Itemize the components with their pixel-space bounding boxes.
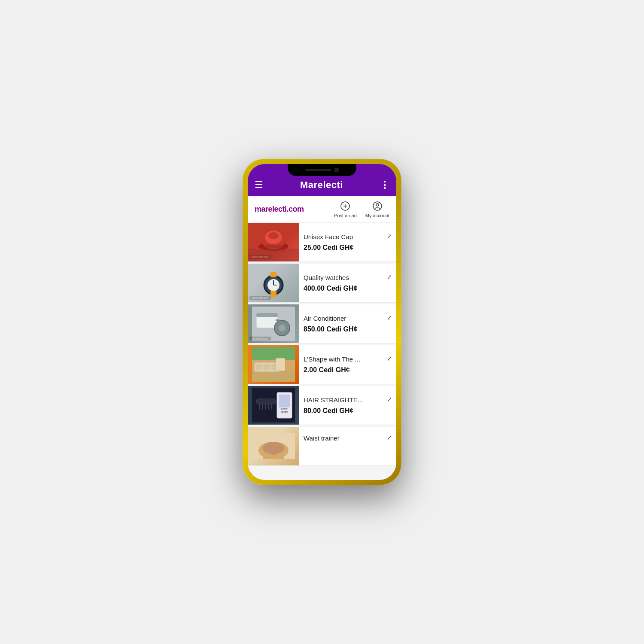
expand-icon[interactable]: ⤢: [387, 396, 392, 403]
product-card[interactable]: marelecti.com Unisex Face Cap ⤢ 25.00 Ce…: [248, 223, 396, 262]
svg-rect-22: [276, 319, 279, 321]
expand-icon[interactable]: ⤢: [387, 314, 392, 321]
header-actions: Post an ad My account: [334, 200, 389, 218]
svg-rect-31: [271, 364, 275, 371]
user-circle-icon: [371, 200, 383, 212]
svg-rect-29: [255, 364, 262, 371]
app-title: Marelecti: [300, 179, 343, 191]
app-screen: ☰ Marelecti ⋮ marelecti.com: [248, 164, 396, 480]
product-card[interactable]: marelecti.com Air Conditioner ⤢ 850.00 C…: [248, 304, 396, 343]
svg-text:Simply: Simply: [281, 407, 288, 410]
expand-icon[interactable]: ⤢: [387, 233, 392, 240]
svg-rect-23: [276, 323, 279, 325]
product-price: 25.00 Cedi GH¢: [304, 244, 392, 252]
product-image: Simply Straight: [248, 386, 299, 425]
hamburger-icon[interactable]: ☰: [255, 179, 263, 191]
product-price: 80.00 Cedi GH¢: [304, 407, 392, 415]
phone-screen: ☰ Marelecti ⋮ marelecti.com: [248, 164, 396, 480]
svg-rect-30: [263, 364, 270, 371]
product-info: HAIR STRAIGHTE... ⤢ 80.00 Cedi GH¢: [299, 386, 396, 425]
product-image: marelecti.com: [248, 264, 299, 302]
svg-rect-15: [270, 272, 276, 277]
product-title: Unisex Face Cap: [304, 233, 383, 241]
svg-rect-19: [256, 313, 278, 317]
product-image: marelecti.com: [248, 304, 299, 343]
expand-icon[interactable]: ⤢: [387, 355, 392, 362]
product-title: Quality watches: [304, 273, 383, 282]
expand-icon[interactable]: ⤢: [387, 273, 392, 280]
product-info: Quality watches ⤢ 400.00 Cedi GH¢: [299, 264, 396, 302]
product-title: Air Conditioner: [304, 314, 383, 323]
product-card[interactable]: L'Shape with The ... ⤢ 2.00 Cedi GH¢: [248, 345, 396, 384]
svg-rect-46: [263, 453, 269, 459]
svg-rect-16: [270, 291, 276, 297]
svg-rect-33: [256, 399, 276, 404]
product-image: marelecti.com: [248, 223, 299, 261]
product-card[interactable]: marelecti.com Quality watches ⤢ 400.00 C…: [248, 264, 396, 303]
product-price: 850.00 Cedi GH¢: [304, 325, 392, 333]
post-ad-label: Post an ad: [334, 213, 357, 218]
product-title: L'Shape with The ...: [304, 355, 383, 364]
svg-rect-9: [265, 245, 282, 248]
more-options-icon[interactable]: ⋮: [380, 179, 389, 191]
product-image: [248, 427, 299, 465]
svg-rect-40: [279, 395, 290, 407]
product-title: HAIR STRAIGHTE...: [304, 396, 383, 404]
my-account-button[interactable]: My account: [365, 200, 389, 218]
svg-rect-47: [278, 453, 284, 459]
notch-camera: [334, 168, 339, 172]
product-card[interactable]: Waist trainer ⤢: [248, 427, 396, 466]
notch: [288, 164, 356, 176]
notch-speaker: [305, 169, 331, 171]
product-info: L'Shape with The ... ⤢ 2.00 Cedi GH¢: [299, 345, 396, 384]
svg-text:Straight: Straight: [280, 410, 288, 413]
logo: marelecti.com: [255, 205, 304, 214]
product-info: Air Conditioner ⤢ 850.00 Cedi GH¢: [299, 304, 396, 343]
svg-point-21: [279, 325, 286, 331]
svg-rect-26: [252, 371, 295, 382]
plus-circle-icon: [339, 200, 351, 212]
product-image: [248, 345, 299, 384]
product-info: Unisex Face Cap ⤢ 25.00 Cedi GH¢: [299, 223, 396, 261]
svg-point-8: [268, 232, 279, 239]
post-ad-button[interactable]: Post an ad: [334, 200, 357, 218]
expand-icon[interactable]: ⤢: [387, 434, 392, 441]
svg-rect-25: [252, 347, 295, 360]
phone-frame: ☰ Marelecti ⋮ marelecti.com: [243, 159, 401, 485]
sub-header: marelecti.com Post an ad: [248, 196, 396, 223]
product-title: Waist trainer: [304, 434, 383, 443]
products-list: marelecti.com Unisex Face Cap ⤢ 25.00 Ce…: [248, 223, 396, 480]
my-account-label: My account: [365, 213, 389, 218]
product-price: 400.00 Cedi GH¢: [304, 285, 392, 292]
product-card[interactable]: Simply Straight HAIR STRAIGHTE... ⤢ 80.0…: [248, 386, 396, 425]
product-price: 2.00 Cedi GH¢: [304, 366, 392, 374]
product-info: Waist trainer ⤢: [299, 427, 396, 453]
svg-point-4: [376, 204, 379, 206]
svg-rect-28: [276, 358, 285, 371]
